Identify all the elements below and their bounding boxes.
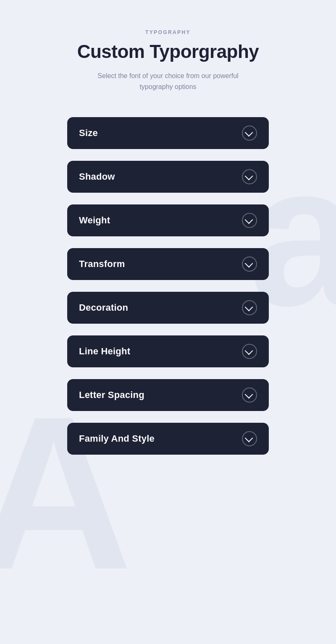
chevron-down-icon — [245, 172, 253, 181]
page-content: TYPOGRAPHY Custom Typorgraphy Select the… — [0, 0, 336, 492]
accordion-label-decoration: Decoration — [79, 302, 128, 313]
chevron-line-height — [242, 344, 257, 359]
eyebrow-label: TYPOGRAPHY — [77, 29, 259, 35]
accordion-item-transform[interactable]: Transform — [67, 248, 269, 280]
chevron-family-and-style — [242, 431, 257, 446]
accordion-item-weight[interactable]: Weight — [67, 204, 269, 236]
chevron-size — [242, 126, 257, 141]
accordion-label-size: Size — [79, 128, 98, 139]
chevron-down-icon — [245, 390, 253, 399]
page-subtitle: Select the font of your choice from our … — [88, 71, 248, 92]
page-header: TYPOGRAPHY Custom Typorgraphy Select the… — [77, 29, 259, 92]
chevron-down-icon — [245, 216, 253, 224]
accordion-item-family-and-style[interactable]: Family And Style — [67, 423, 269, 455]
accordion-item-letter-spacing[interactable]: Letter Spacing — [67, 379, 269, 411]
accordion-item-size[interactable]: Size — [67, 117, 269, 149]
chevron-weight — [242, 213, 257, 228]
chevron-down-icon — [245, 434, 253, 442]
accordion-label-shadow: Shadow — [79, 171, 115, 182]
chevron-letter-spacing — [242, 387, 257, 403]
chevron-down-icon — [245, 128, 253, 137]
accordion-item-line-height[interactable]: Line Height — [67, 335, 269, 367]
chevron-down-icon — [245, 347, 253, 355]
page-title: Custom Typorgraphy — [77, 41, 259, 62]
accordion-label-letter-spacing: Letter Spacing — [79, 390, 144, 401]
accordion-label-family-and-style: Family And Style — [79, 433, 155, 444]
chevron-shadow — [242, 169, 257, 184]
accordion-label-transform: Transform — [79, 259, 125, 270]
chevron-transform — [242, 257, 257, 272]
chevron-down-icon — [245, 303, 253, 312]
accordion-item-decoration[interactable]: Decoration — [67, 292, 269, 324]
accordion-label-line-height: Line Height — [79, 346, 130, 357]
chevron-decoration — [242, 300, 257, 315]
accordion-list: Size Shadow Weight Transform Decoration — [34, 117, 302, 466]
accordion-item-shadow[interactable]: Shadow — [67, 161, 269, 193]
chevron-down-icon — [245, 259, 253, 268]
accordion-label-weight: Weight — [79, 215, 110, 226]
